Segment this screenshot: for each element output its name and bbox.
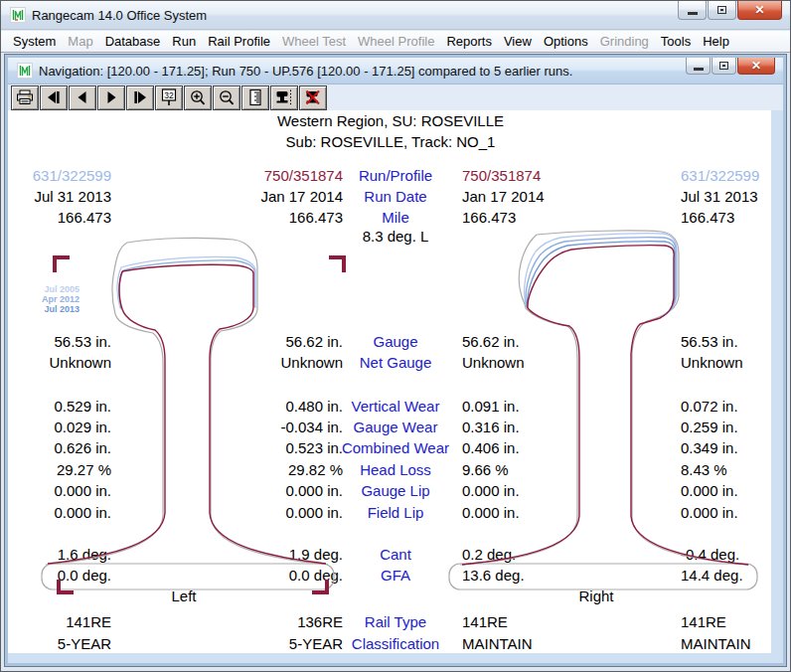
rail-profile-delete-icon: [304, 88, 322, 106]
app-logo-icon: [10, 7, 26, 23]
menu-rail-profile[interactable]: Rail Profile: [202, 31, 276, 52]
zoom-out-button[interactable]: [213, 85, 240, 110]
navigation-window-icon: [17, 63, 33, 79]
menu-wheel-profile: Wheel Profile: [352, 31, 440, 52]
rail-profile-delete-button[interactable]: [299, 85, 327, 110]
left-rail-profile: [42, 238, 334, 589]
menu-reports[interactable]: Reports: [440, 31, 498, 52]
rail-profile-button[interactable]: [270, 85, 298, 110]
minimize-icon: [688, 12, 698, 15]
forward-icon: [102, 89, 120, 105]
child-restore-icon: [719, 62, 728, 70]
step-backward-button[interactable]: [40, 85, 68, 110]
menu-database[interactable]: Database: [99, 31, 167, 52]
menu-system[interactable]: System: [7, 31, 62, 52]
app-window: Rangecam 14.0 Office System ✕ SystemMapD…: [0, 0, 791, 672]
child-close-button[interactable]: ✕: [737, 58, 775, 75]
navigation-toolbar: 32: [8, 84, 783, 110]
print-button[interactable]: [11, 85, 39, 110]
menu-help[interactable]: Help: [697, 31, 735, 52]
menu-view[interactable]: View: [498, 31, 538, 52]
menu-options[interactable]: Options: [538, 31, 594, 52]
menu-bar: SystemMapDatabaseRunRail ProfileWheel Te…: [1, 31, 790, 53]
menu-wheel-test: Wheel Test: [276, 31, 352, 52]
milepost-button[interactable]: 32: [155, 85, 183, 110]
minimize-button[interactable]: [678, 1, 707, 20]
close-button[interactable]: ✕: [737, 1, 782, 20]
ruler-icon: [246, 88, 264, 106]
zoom-in-button[interactable]: [184, 85, 212, 110]
title-bar: Rangecam 14.0 Office System ✕: [1, 1, 790, 30]
navigation-window-title: Navigation: [120.00 - 171.25]; Run 750 -…: [39, 64, 572, 79]
rail-profile-icon: [275, 88, 293, 106]
measurement-corner-brackets: [55, 257, 344, 592]
mdi-area: Navigation: [120.00 - 171.25]; Run 750 -…: [4, 54, 787, 667]
child-close-icon: ✕: [751, 60, 761, 72]
menu-grinding: Grinding: [594, 31, 655, 52]
forward-button[interactable]: [97, 85, 125, 110]
menu-run[interactable]: Run: [166, 31, 202, 52]
back-button[interactable]: [69, 85, 96, 110]
child-minimize-icon: [694, 68, 704, 71]
step-forward-icon: [131, 89, 149, 105]
step-forward-button[interactable]: [126, 85, 154, 110]
back-icon: [74, 89, 91, 105]
navigation-title-bar: Navigation: [120.00 - 171.25]; Run 750 -…: [8, 58, 783, 84]
milepost-icon: 32: [159, 88, 179, 106]
navigation-window-controls: ✕: [686, 58, 775, 75]
rail-profiles-drawing: [8, 110, 771, 653]
profile-comparison-view: Western Region, SU: ROSEVILLE Sub: ROSEV…: [8, 110, 771, 653]
print-icon: [16, 89, 34, 105]
right-rail-profile: [449, 231, 757, 589]
maximize-button[interactable]: [708, 1, 736, 20]
menu-map: Map: [62, 31, 98, 52]
zoom-in-icon: [189, 89, 207, 106]
close-icon: ✕: [754, 4, 764, 16]
window-title: Rangecam 14.0 Office System: [32, 8, 207, 23]
step-backward-icon: [45, 89, 63, 105]
zoom-out-icon: [218, 89, 236, 106]
child-restore-button[interactable]: [712, 58, 736, 75]
maximize-icon: [717, 6, 726, 14]
svg-text:32: 32: [164, 90, 174, 100]
child-minimize-button[interactable]: [686, 58, 711, 75]
ruler-button[interactable]: [241, 85, 269, 110]
window-controls: ✕: [678, 1, 782, 20]
menu-tools[interactable]: Tools: [655, 31, 697, 52]
navigation-window: Navigation: [120.00 - 171.25]; Run 750 -…: [5, 55, 786, 666]
